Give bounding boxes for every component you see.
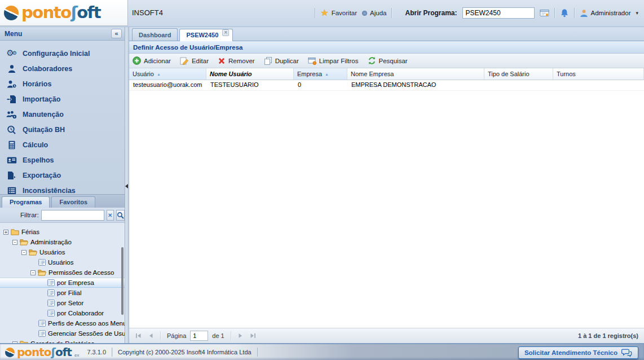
tree-node-gerador-de-relatorios[interactable]: + Gerador de Relatórios [0,339,125,343]
menu-item-exportacao[interactable]: Exportação [0,168,125,183]
tree-node-usuarios[interactable]: Usuários [0,257,125,267]
notifications-bell-icon[interactable] [560,8,569,17]
page-of-label: de 1 [212,332,224,339]
prev-page-button[interactable] [145,331,156,341]
form-leaf-icon [38,320,46,327]
column-header-tipo-de-salario[interactable]: Tipo de Salário [484,68,553,80]
page-label: Página [167,332,186,339]
tree-node-por-filial[interactable]: por Filial [0,288,125,298]
clear-filters-icon [308,57,316,65]
menu-item-horarios[interactable]: Horários [0,76,125,91]
tree-scrollbar[interactable] [121,247,123,315]
tree-node-ferias[interactable]: + Férias [0,227,125,237]
people-gear-icon [6,110,17,119]
page-number-input[interactable] [190,331,208,341]
program-tree: + Férias - Administração - Usuários Usuá… [0,223,125,343]
ajuda-button[interactable]: Ajuda [362,10,386,16]
copyright-text: Copyright (c) 2000-2025 Insoft4 Informát… [118,349,252,355]
pesquisar-button[interactable]: Pesquisar [368,56,408,65]
pontosoft-logo[interactable]: pontoʃoft [0,0,128,26]
limpar-filtros-button[interactable]: Limpar Filtros [308,57,359,65]
adicionar-button[interactable]: Adicionar [133,56,171,65]
column-header-nome-usuario[interactable]: Nome Usuário [206,68,294,80]
star-icon: ★ [320,9,328,17]
search-icon [117,212,124,219]
grid-body [129,91,644,328]
tab-programas[interactable]: Programas [2,196,50,208]
abrir-programa-input[interactable] [462,7,535,19]
menu-item-configuracao-inicial[interactable]: ⚙⚙ Configuração Inicial [0,46,125,61]
divider [112,348,112,357]
cell-tipo-de-salario [484,80,553,90]
divider [231,331,231,340]
tree-node-permissoes-de-acesso[interactable]: - Permissões de Acesso [0,267,125,278]
clear-icon: ✕ [108,212,112,218]
next-page-button[interactable] [236,331,246,341]
cell-usuario: testeusuario@uorak.com [129,80,206,90]
paging-toolbar: Página de 1 1 à 1 de 1 registro(s) [129,328,644,343]
tab-dashboard[interactable]: Dashboard [132,28,178,41]
tree-node-usuarios-folder[interactable]: - Usuários [0,247,125,257]
tree-node-administracao[interactable]: - Administração [0,237,125,247]
prev-page-icon [147,332,155,339]
first-page-button[interactable] [133,331,143,341]
collapse-menu-button[interactable]: « [111,29,122,38]
folder-open-icon [38,269,46,276]
cell-turnos [553,80,644,90]
column-header-turnos[interactable]: Turnos [553,68,644,80]
pontosoft-logo-icon [4,6,19,20]
table-row[interactable]: testeusuario@uorak.com TESTEUSUARIO 0 EM… [129,80,644,91]
cell-nome-empresa: EMPRESA DEMONSTRACAO [347,80,484,90]
editar-button[interactable]: Editar [180,56,209,65]
divider [574,8,575,18]
collapse-expander-icon[interactable]: - [12,240,17,245]
form-leaf-icon [47,310,55,317]
menu-item-espelhos[interactable]: Espelhos [0,152,125,168]
remover-button[interactable]: Remover [218,57,255,65]
sort-asc-icon: ▲ [325,72,329,76]
main-tabstrip: Dashboard PSEW2450 ✕ [129,27,644,41]
column-header-empresa[interactable]: Empresa ▲ [294,68,347,80]
divider [257,348,258,357]
filter-clear-button[interactable]: ✕ [107,210,114,221]
menu-item-quitacao-bh[interactable]: Quitação BH [0,122,125,137]
tab-psew2450[interactable]: PSEW2450 ✕ [179,29,233,41]
menu-item-calculo[interactable]: Cálculo [0,137,125,152]
menu-item-manutencao[interactable]: Manutenção [0,107,125,122]
expander-icon[interactable]: + [3,230,8,235]
solicitar-atendimento-button[interactable]: Solicitar Atendimento Técnico [518,346,638,359]
tab-favoritos[interactable]: Favoritos [51,196,95,208]
menu-item-colaboradores[interactable]: Colaboradores [0,61,125,76]
duplicar-button[interactable]: Duplicar [264,56,299,65]
filter-search-button[interactable] [116,210,125,221]
left-panel: Menu « ⚙⚙ Configuração Inicial Colaborad… [0,27,125,343]
collapse-expander-icon[interactable]: - [21,250,27,255]
program-window-icon[interactable] [540,9,549,17]
next-page-icon [237,332,244,339]
tree-node-por-setor[interactable]: por Setor [0,298,125,308]
refresh-icon [368,56,376,65]
folder-open-icon [29,249,37,256]
column-header-nome-empresa[interactable]: Nome Empresa [347,68,484,80]
remove-icon [218,57,226,65]
last-page-button[interactable] [248,331,258,341]
add-icon [133,56,141,65]
close-tab-icon[interactable]: ✕ [222,29,229,36]
form-leaf-icon [47,279,55,286]
toolbar: Adicionar Editar Remover Duplicar Limpar… [129,54,644,68]
tree-node-por-empresa[interactable]: por Empresa [0,278,125,288]
divider [160,331,161,340]
collapse-left-arrow-icon[interactable] [125,184,128,188]
user-menu[interactable]: Administrador ▾ [580,9,638,17]
tree-node-por-colaborador[interactable]: por Colaborador [0,308,125,318]
menu-item-importacao[interactable]: Importação [0,91,125,107]
export-icon [6,171,17,180]
column-header-usuario[interactable]: Usuário ▲ [129,68,206,80]
tree-node-perfis-de-acesso-aos-menus[interactable]: Perfis de Acesso aos Menus [0,318,125,328]
gears-icon: ⚙⚙ [6,49,17,58]
collapse-expander-icon[interactable]: - [30,270,36,275]
favoritar-button[interactable]: ★ Favoritar [320,9,357,17]
filter-input[interactable] [41,210,104,221]
footer-pontosoft-logo: pontoʃoft ex [5,346,79,358]
tree-node-gerenciar-sessoes-de-usuarios[interactable]: Gerenciar Sessões de Usuários [0,328,125,339]
